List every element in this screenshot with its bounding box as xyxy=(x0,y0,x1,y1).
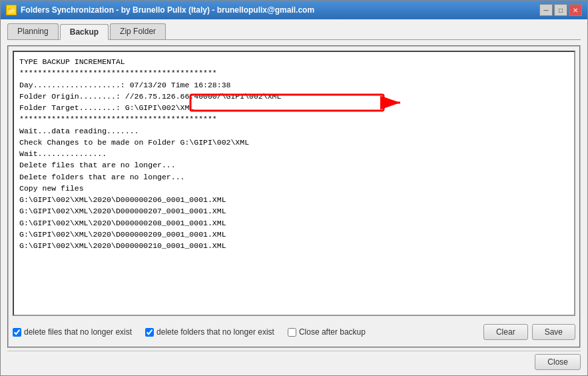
close-window-button[interactable]: ✕ xyxy=(569,4,582,16)
delete-folders-option[interactable]: delete folders that no longer exist xyxy=(145,327,274,337)
bottom-buttons: Clear Save xyxy=(483,324,575,340)
main-window: 📁 Folders Synchronization - by Brunello … xyxy=(0,0,588,376)
app-icon: 📁 xyxy=(6,5,17,15)
delete-folders-checkbox[interactable] xyxy=(145,328,154,337)
clear-button[interactable]: Clear xyxy=(483,324,528,340)
main-panel: delete files that no longer exist delete… xyxy=(7,45,581,348)
maximize-button[interactable]: □ xyxy=(554,4,567,16)
title-bar: 📁 Folders Synchronization - by Brunello … xyxy=(1,1,587,19)
delete-files-option[interactable]: delete files that no longer exist xyxy=(13,327,132,337)
close-button[interactable]: Close xyxy=(535,354,581,370)
close-after-label: Close after backup xyxy=(299,327,366,337)
minimize-button[interactable]: ─ xyxy=(539,4,553,16)
delete-folders-label: delete folders that no longer exist xyxy=(156,327,274,337)
delete-files-checkbox[interactable] xyxy=(13,328,21,337)
close-after-option[interactable]: Close after backup xyxy=(288,327,366,337)
title-bar-buttons: ─ □ ✕ xyxy=(539,4,582,16)
tab-zip-folder[interactable]: Zip Folder xyxy=(110,23,166,39)
title-bar-left: 📁 Folders Synchronization - by Brunello … xyxy=(6,5,314,15)
close-after-checkbox[interactable] xyxy=(288,328,296,337)
footer-row: Close xyxy=(7,351,581,371)
tab-planning[interactable]: Planning xyxy=(7,23,59,39)
save-button[interactable]: Save xyxy=(532,324,575,340)
delete-files-label: delete files that no longer exist xyxy=(24,327,132,337)
log-container xyxy=(13,51,575,316)
options-row: delete files that no longer exist delete… xyxy=(13,321,575,343)
log-textarea[interactable] xyxy=(14,52,574,315)
content-area: Planning Backup Zip Folder xyxy=(1,19,587,375)
tab-backup[interactable]: Backup xyxy=(60,24,109,40)
window-title: Folders Synchronization - by Brunello Pu… xyxy=(21,5,314,15)
tab-bar: Planning Backup Zip Folder xyxy=(7,23,581,40)
